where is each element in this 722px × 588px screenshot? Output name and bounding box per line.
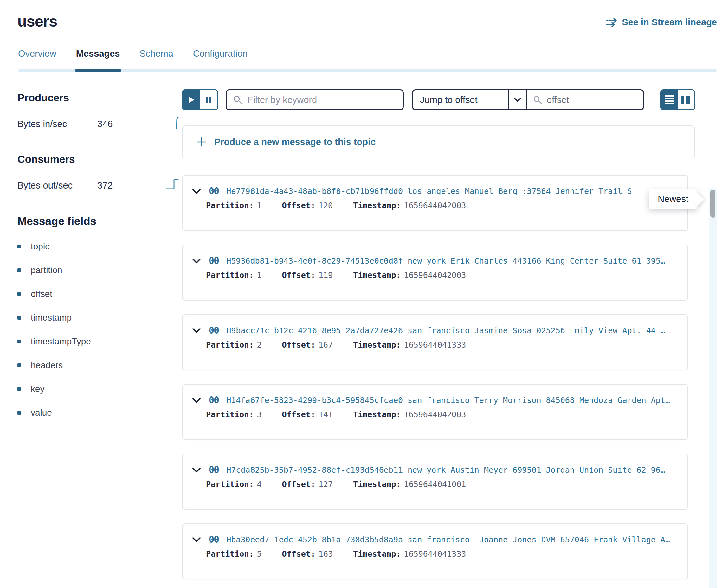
bytes-in-row: Bytes in/sec 346: [17, 116, 182, 129]
stream-lineage-link[interactable]: See in Stream lineage: [606, 17, 717, 27]
message-summary: He77981da-4a43-48ab-b8f8-cb71b96ffdd0 lo…: [226, 187, 678, 196]
timestamp-field: Timestamp:1659644042003: [353, 410, 466, 419]
message-card[interactable]: 00 H5936db81-b943-4e0f-8c29-74513e0c0d8f…: [182, 245, 688, 301]
message-fields-heading: Message fields: [17, 215, 182, 228]
timestamp-label: Timestamp:: [353, 271, 401, 280]
message-field-item[interactable]: key: [17, 384, 182, 394]
message-summary: H9bacc71c-b12c-4216-8e95-2a7da727e426 sa…: [226, 326, 678, 335]
offset-label: Offset:: [282, 410, 315, 419]
partition-label: Partition:: [206, 410, 254, 419]
topic-messages-page: users See in Stream lineage Overview Mes…: [0, 0, 722, 588]
expand-chevron-icon[interactable]: [192, 467, 201, 473]
offset-field: Offset:127: [282, 480, 333, 489]
message-field-item[interactable]: value: [17, 408, 182, 418]
expand-chevron-icon[interactable]: [192, 537, 201, 542]
search-icon: [533, 95, 542, 105]
message-meta-row: Partition:1 Offset:120 Timestamp:1659644…: [206, 201, 678, 210]
chevron-down-icon[interactable]: [508, 90, 527, 109]
timestamp-field: Timestamp:1659644041333: [353, 340, 466, 350]
produce-message-label: Produce a new message to this topic: [214, 137, 376, 147]
offset-value: 167: [318, 340, 333, 350]
message-field-item[interactable]: timestamp: [17, 313, 182, 323]
timestamp-field: Timestamp:1659644041333: [353, 549, 466, 559]
keyword-filter-input[interactable]: [248, 95, 396, 105]
message-card[interactable]: 00 He77981da-4a43-48ab-b8f8-cb71b96ffdd0…: [182, 175, 688, 231]
page-header: users See in Stream lineage: [0, 0, 722, 30]
message-field-item[interactable]: timestampType: [17, 336, 182, 346]
offset-value: 120: [318, 201, 333, 210]
expand-chevron-icon[interactable]: [192, 258, 201, 264]
message-field-item[interactable]: headers: [17, 360, 182, 370]
offset-field: Offset:141: [282, 410, 333, 419]
message-meta-row: Partition:1 Offset:119 Timestamp:1659644…: [206, 271, 678, 280]
partition-label: Partition:: [206, 549, 254, 559]
produce-message-button[interactable]: Produce a new message to this topic: [182, 125, 695, 159]
field-label: key: [31, 384, 45, 394]
jump-to-offset-group: Jump to offset: [412, 89, 644, 110]
messages-panel: Jump to offset: [182, 71, 705, 588]
tab-schema[interactable]: Schema: [140, 48, 173, 71]
offset-field: Offset:120: [282, 201, 333, 210]
timestamp-field: Timestamp:1659644042003: [353, 271, 466, 280]
message-list: 00 He77981da-4a43-48ab-b8f8-cb71b96ffdd0…: [182, 175, 688, 580]
message-field-item[interactable]: topic: [17, 241, 182, 252]
tab-messages[interactable]: Messages: [76, 48, 120, 71]
expand-chevron-icon[interactable]: [192, 328, 201, 333]
value-type-icon: 00: [209, 256, 219, 266]
field-bullet-icon: [17, 245, 21, 248]
pause-button[interactable]: [200, 90, 217, 109]
tab-configuration[interactable]: Configuration: [193, 48, 248, 71]
bytes-in-sparkline: [165, 116, 179, 129]
bytes-out-label: Bytes out/sec: [17, 180, 97, 191]
field-bullet-icon: [17, 268, 21, 272]
messages-scrollbar-track[interactable]: [709, 188, 717, 588]
partition-value: 1: [257, 201, 262, 210]
partition-label: Partition:: [206, 271, 254, 280]
field-bullet-icon: [17, 316, 21, 320]
message-card[interactable]: 00 H9bacc71c-b12c-4216-8e95-2a7da727e426…: [182, 314, 688, 370]
field-label: timestampType: [31, 336, 91, 346]
message-card[interactable]: 00 H14fa67fe-5823-4299-b3c4-595845cfcae0…: [182, 384, 688, 440]
value-type-icon: 00: [209, 326, 219, 335]
field-label: timestamp: [31, 313, 71, 323]
list-view-button[interactable]: [661, 90, 678, 109]
producers-heading: Producers: [17, 92, 182, 104]
message-meta-row: Partition:2 Offset:167 Timestamp:1659644…: [206, 340, 678, 350]
bytes-out-row: Bytes out/sec 372: [17, 177, 182, 191]
message-field-item[interactable]: partition: [17, 265, 182, 275]
expand-chevron-icon[interactable]: [192, 398, 201, 403]
field-bullet-icon: [17, 340, 21, 343]
partition-label: Partition:: [206, 340, 254, 350]
message-summary-row: 00 H9bacc71c-b12c-4216-8e95-2a7da727e426…: [192, 326, 678, 335]
message-summary-row: 00 Hba30eed7-1edc-452b-8b1a-738d3b5d8a9a…: [192, 535, 678, 544]
partition-label: Partition:: [206, 201, 254, 210]
field-label: offset: [31, 289, 52, 299]
jump-to-offset-select[interactable]: Jump to offset: [413, 90, 508, 109]
message-card[interactable]: 00 H7cda825b-35b7-4952-88ef-c193d546eb11…: [182, 454, 688, 510]
value-type-icon: 00: [209, 395, 219, 405]
tab-overview[interactable]: Overview: [18, 48, 57, 71]
split-view-icon: [681, 96, 690, 104]
offset-search-input[interactable]: [547, 95, 637, 105]
message-field-item[interactable]: offset: [17, 289, 182, 299]
message-summary: H14fa67fe-5823-4299-b3c4-595845cfcae0 sa…: [226, 396, 678, 405]
timestamp-value: 1659644042003: [404, 410, 466, 419]
stream-lineage-label: See in Stream lineage: [622, 17, 717, 27]
partition-value: 4: [257, 480, 262, 489]
field-label: value: [31, 408, 52, 418]
partition-value: 3: [257, 410, 262, 419]
newest-tooltip-label: Newest: [658, 194, 688, 204]
stream-lineage-icon: [606, 17, 618, 27]
partition-field: Partition:5: [206, 549, 262, 559]
play-button[interactable]: [183, 90, 200, 109]
field-bullet-icon: [17, 363, 21, 367]
messages-scrollbar-thumb[interactable]: [710, 190, 715, 218]
offset-label: Offset:: [282, 201, 315, 210]
offset-label: Offset:: [282, 549, 315, 559]
bytes-out-sparkline: [165, 177, 179, 191]
expand-chevron-icon[interactable]: [192, 189, 201, 194]
value-type-icon: 00: [209, 186, 219, 196]
message-summary-row: 00 H5936db81-b943-4e0f-8c29-74513e0c0d8f…: [192, 256, 678, 266]
split-view-button[interactable]: [678, 90, 694, 109]
message-card[interactable]: 00 Hba30eed7-1edc-452b-8b1a-738d3b5d8a9a…: [182, 523, 688, 580]
